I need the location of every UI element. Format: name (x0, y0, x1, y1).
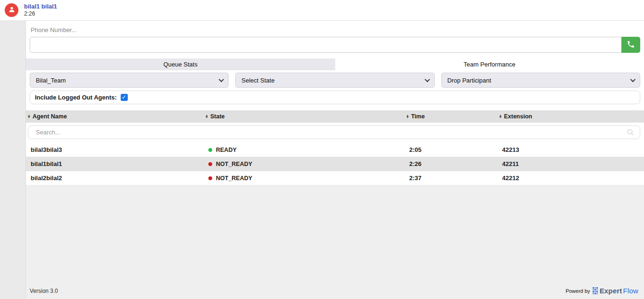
user-name: bilal1 bilal1 (24, 3, 57, 10)
agent-name-cell: bilal1bilal1 (26, 160, 204, 167)
extension-cell: 42212 (497, 174, 644, 182)
main-content: Phone Number... Queue Stats Team Perform… (26, 21, 644, 299)
column-header-extension[interactable]: ▲▼ Extension (497, 113, 644, 120)
phone-number-label: Phone Number... (30, 26, 640, 33)
version-label: Version 3.0 (30, 288, 58, 294)
table-header: ▲▼ Agent Name ▲▼ State ▲▼ Time ▲▼ Extens… (26, 110, 644, 123)
person-icon (8, 5, 16, 16)
call-button[interactable] (621, 37, 640, 53)
search-input[interactable] (28, 125, 640, 139)
column-header-time[interactable]: ▲▼ Time (405, 113, 497, 120)
phone-number-input[interactable] (30, 37, 621, 53)
include-logged-out-label: Include Logged Out Agents: (35, 94, 117, 101)
table-row[interactable]: bilal2bilal2 NOT_READY 2:37 42212 (26, 171, 644, 185)
brand-flow-text: Flow (623, 287, 638, 295)
filter-row: Bilal_Team Select State Drop Participant (26, 70, 644, 88)
time-cell: 2:26 (405, 160, 497, 167)
user-avatar[interactable] (5, 3, 18, 17)
include-logged-out-checkbox[interactable]: ✓ (121, 94, 128, 101)
footer: Version 3.0 Powerd by Expert Flow (26, 284, 644, 299)
status-dot (208, 148, 212, 152)
agent-table-body: bilal3bilal3 READY 2:05 42213 bilal1bila… (26, 143, 644, 185)
state-select-value: Select State (241, 77, 274, 84)
tab-bar: Queue Stats Team Performance (26, 58, 644, 70)
extension-cell: 42211 (497, 160, 644, 167)
status-dot (208, 176, 212, 180)
column-header-state[interactable]: ▲▼ State (204, 113, 405, 120)
expertflow-grid-icon (593, 287, 598, 294)
extension-cell: 42213 (497, 146, 644, 153)
tab-team-performance[interactable]: Team Performance (335, 58, 644, 70)
status-dot (208, 162, 212, 166)
agent-name-cell: bilal2bilal2 (26, 174, 204, 182)
state-cell: NOT_READY (204, 175, 405, 182)
left-sidebar-strip (0, 21, 26, 299)
search-icon (627, 128, 635, 138)
chevron-down-icon (424, 77, 429, 82)
tab-queue-stats[interactable]: Queue Stats (26, 58, 335, 70)
drop-participant-value: Drop Participant (447, 77, 491, 84)
search-row (26, 123, 644, 143)
dialer-section: Phone Number... (26, 21, 644, 57)
team-select[interactable]: Bilal_Team (30, 73, 229, 88)
agent-name-cell: bilal3bilal3 (26, 146, 204, 153)
user-info: bilal1 bilal1 2:26 (24, 3, 57, 17)
drop-participant-select[interactable]: Drop Participant (441, 73, 640, 88)
phone-icon (627, 40, 635, 50)
sort-icon: ▲▼ (27, 115, 31, 118)
sort-icon: ▲▼ (498, 115, 503, 118)
table-row[interactable]: bilal3bilal3 READY 2:05 42213 (26, 143, 644, 157)
powered-by: Powerd by Expert Flow (566, 287, 638, 295)
top-bar: bilal1 bilal1 2:26 (0, 0, 644, 21)
state-timer: 2:26 (24, 10, 57, 17)
state-cell: NOT_READY (204, 161, 405, 167)
sort-icon: ▲▼ (205, 115, 209, 118)
time-cell: 2:37 (405, 174, 497, 182)
state-cell: READY (204, 147, 405, 153)
content-background: Version 3.0 Powerd by Expert Flow (26, 185, 644, 299)
team-select-value: Bilal_Team (36, 77, 66, 84)
brand-expert-text: Expert (600, 287, 622, 295)
include-logged-out-row: Include Logged Out Agents: ✓ (30, 91, 640, 104)
sort-icon: ▲▼ (405, 115, 410, 118)
chevron-down-icon (630, 77, 636, 82)
column-header-agent-name[interactable]: ▲▼ Agent Name (26, 113, 204, 120)
table-row[interactable]: bilal1bilal1 NOT_READY 2:26 42211 (26, 157, 644, 171)
expertflow-logo: Expert Flow (593, 287, 638, 295)
chevron-down-icon (219, 77, 224, 82)
time-cell: 2:05 (405, 146, 497, 153)
state-select[interactable]: Select State (235, 73, 434, 88)
powered-by-label: Powerd by (566, 288, 590, 294)
